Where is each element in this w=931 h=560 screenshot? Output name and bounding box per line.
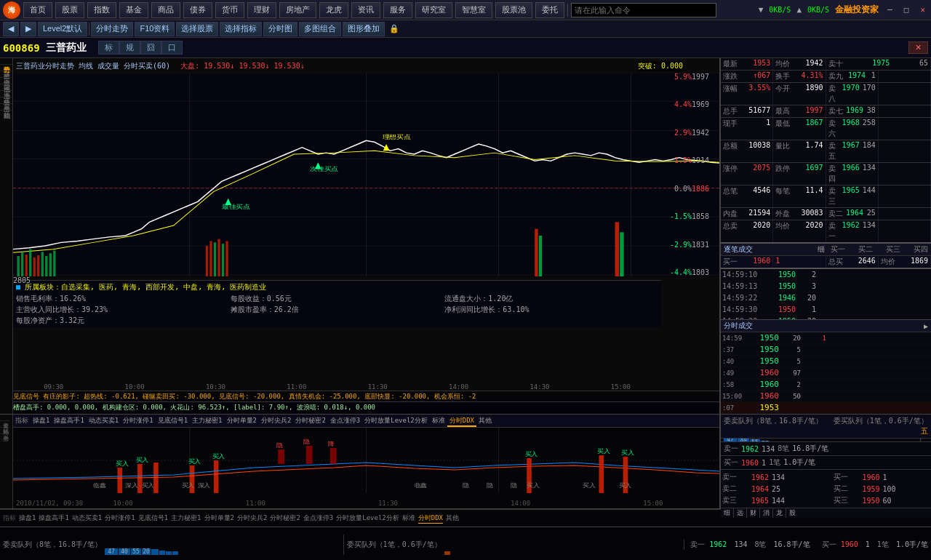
time-trade-list: 14:591950201 :3719505 :4019505 :49196097… (721, 332, 931, 414)
f10-btn[interactable]: F10资料 (135, 22, 175, 36)
nav-service[interactable]: 服务 (383, 2, 412, 18)
svg-text:买入: 买入 (597, 447, 610, 454)
tab-far[interactable]: 远 (734, 508, 747, 518)
tab-spike[interactable]: 分时尖兵2 (259, 415, 293, 427)
time-trade-expand[interactable]: ▶ (924, 322, 928, 330)
tab-finance[interactable]: 财 (747, 508, 760, 518)
sell-bar-8 (172, 551, 178, 555)
full-btn[interactable]: 囧 (140, 41, 161, 55)
nav-home[interactable]: 首页 (23, 2, 52, 18)
tab-caipan[interactable]: 操盘1 (31, 415, 52, 427)
sidebar-news[interactable]: 上海市场 (0, 84, 12, 91)
maximize-btn[interactable]: □ (901, 5, 912, 15)
time-trade-header: 分时成交 ▶ (721, 319, 931, 332)
svg-rect-46 (153, 463, 159, 493)
sidebar-queue[interactable]: 筹码 (0, 421, 9, 428)
overlay-btn[interactable]: 图形叠加 (343, 22, 385, 36)
close-stock-btn[interactable]: ✕ (908, 41, 928, 54)
std-btn[interactable]: 标 (98, 41, 119, 55)
nav-research[interactable]: 研究室 (415, 2, 452, 18)
multi-btn[interactable]: 多图组合 (299, 22, 341, 36)
nav-smart[interactable]: 智慧室 (455, 2, 492, 18)
sidebar-other[interactable]: 其他功能 (0, 104, 12, 111)
svg-rect-21 (49, 253, 52, 276)
expand-btn[interactable]: 口 (161, 41, 183, 55)
sidebar-market[interactable]: 市场概况 (0, 78, 12, 84)
svg-text:买入 深入: 买入 深入 (182, 481, 210, 488)
svg-rect-14 (21, 252, 23, 276)
app-title: 金融投资家 (835, 4, 879, 16)
norm-btn[interactable]: 规 (119, 41, 140, 55)
transaction-header: 逐笔成交 细 买一 买二 买三 买四 (721, 244, 931, 256)
level-btn[interactable]: Level2默认 (38, 22, 87, 36)
tab-dragon2[interactable]: 龙 (773, 508, 786, 518)
sidebar-rank[interactable]: 全局排名 (0, 97, 12, 104)
tab-main[interactable]: 主力秘密1 (190, 415, 224, 427)
nav-entrust[interactable]: 委托 (535, 2, 564, 18)
market-index: 大盘: 19.530↓ 19.530↓ 19.530↓ (180, 62, 305, 70)
stats-row5: 现手1 最低1867 卖六1968258 (721, 118, 931, 140)
company-sectors: 所属板块：自选采集, 医药, 青海, 西部开发, 中盘, 青海, 医药制造业 (25, 283, 266, 291)
nav-finance[interactable]: 理财 (247, 2, 276, 18)
forward-btn[interactable]: ▶ (20, 22, 36, 36)
tab-detail[interactable]: 细 (721, 508, 734, 518)
nav-fund[interactable]: 基金 (119, 2, 148, 18)
select-indicator-btn[interactable]: 选择指标 (220, 22, 262, 36)
nav-bond[interactable]: 债券 (183, 2, 212, 18)
nav-stocks[interactable]: 股票 (55, 2, 84, 18)
indicator-tabs: 指标 操盘1 操盘高手1 动态买卖1 分时涨停1 见底信号1 主力秘密1 分时单… (13, 415, 719, 428)
tab-stock2[interactable]: 股 (786, 508, 799, 518)
svg-text:深入 买入: 深入 买入 (125, 481, 153, 488)
tab-news[interactable]: 消 (760, 508, 773, 518)
sidebar-kline[interactable]: 技术分析 (0, 65, 12, 71)
circulation: 流通盘大小：1.20亿 (444, 294, 658, 304)
nav-dragon[interactable]: 龙虎 (319, 2, 348, 18)
nav-commodity[interactable]: 商品 (151, 2, 180, 18)
tab-level2[interactable]: 分时放量Level2分析 (362, 415, 430, 427)
sidebar-scan[interactable]: 全局 (0, 428, 9, 434)
minute2-btn[interactable]: 分时图 (263, 22, 297, 36)
tt-row-5: 15:00196050 (721, 391, 931, 402)
buy-bar-1 (444, 551, 450, 555)
sidebar-plate[interactable]: 板块分析 (0, 91, 12, 97)
nav-currency[interactable]: 货币 (215, 2, 244, 18)
svg-rect-15 (25, 255, 28, 276)
svg-rect-30 (539, 236, 542, 276)
tab-other[interactable]: 其他 (476, 415, 494, 427)
minimize-btn[interactable]: ─ (884, 5, 895, 15)
stats-row9: 内盘21594 外盘30083 卖二196425 (721, 208, 931, 220)
tab-gold[interactable]: 金点涨停3 (328, 415, 362, 427)
time-axis: 09:30 10:00 10:30 11:00 11:30 14:00 14:3… (13, 383, 661, 391)
stock-name: 三普药业 (46, 41, 87, 55)
svg-rect-22 (53, 251, 55, 276)
tab-dynamic[interactable]: 动态买卖1 (87, 415, 121, 427)
tab-caipan-high[interactable]: 操盘高手1 (52, 415, 86, 427)
nav-index[interactable]: 指数 (87, 2, 116, 18)
detail-btn[interactable]: 细 (818, 244, 825, 255)
tab-bottom[interactable]: 见底信号1 (156, 415, 190, 427)
tab-std[interactable]: 标准 (430, 415, 447, 427)
stats-row7: 涨停2075 跌停1697 卖四1966134 (721, 163, 931, 185)
top-stats: 最新1953 均价1942 卖十197565 (721, 58, 931, 71)
nav-pool[interactable]: 股票池 (495, 2, 532, 18)
nav-realestate[interactable]: 房地产 (279, 2, 316, 18)
tab-single[interactable]: 分时单量2 (225, 415, 259, 427)
svg-text:隐: 隐 (303, 438, 309, 444)
close-top-btn[interactable]: ✕ (917, 5, 928, 15)
sidebar-funds[interactable]: 资金 (0, 415, 9, 421)
tab-minlimit[interactable]: 分时涨停1 (121, 415, 155, 427)
revenue-growth: 主营收入同比增长：39.23% (16, 305, 230, 315)
command-input[interactable] (571, 3, 716, 17)
latest-label: 最新 (723, 59, 738, 69)
tt-row-6: :071953 (721, 402, 931, 414)
nav-news[interactable]: 资讯 (351, 2, 380, 18)
select-stock-btn[interactable]: 选择股票 (176, 22, 218, 36)
minute-btn[interactable]: 分时走势 (91, 22, 133, 36)
sidebar-minute[interactable]: 分时走势 (0, 58, 12, 65)
tab-ddx[interactable]: 分时DDX (447, 415, 476, 427)
tab-secret[interactable]: 分时秘密2 (293, 415, 327, 427)
back-btn[interactable]: ◀ (3, 22, 19, 36)
sidebar-fund-flow[interactable]: 资金流向 (0, 71, 12, 78)
bottom-sub-tabs: 细 远 财 消 龙 股 (721, 508, 931, 518)
svg-text:隐: 隐 (511, 481, 516, 488)
